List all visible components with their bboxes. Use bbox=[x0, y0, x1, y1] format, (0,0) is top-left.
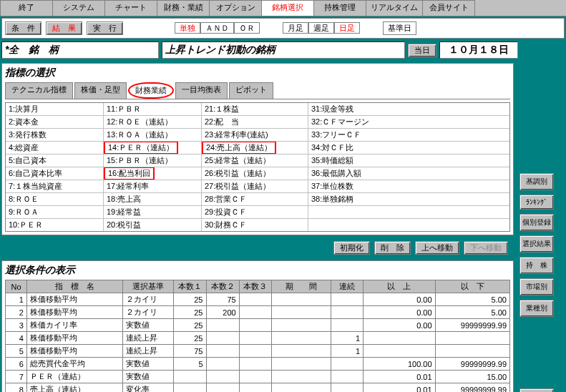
cond-cell-2-7[interactable] bbox=[331, 319, 363, 332]
ind-cell-6-1[interactable]: 17:経常利率 bbox=[104, 180, 202, 192]
cond-cell-6-4[interactable] bbox=[206, 371, 239, 383]
cond-cell-7-5[interactable] bbox=[239, 383, 271, 393]
tb2-2[interactable]: ＯＲ bbox=[234, 22, 260, 34]
cond-cell-5-0[interactable]: 6 bbox=[6, 358, 27, 371]
cond-cell-2-0[interactable]: 3 bbox=[6, 319, 27, 332]
cond-cell-3-6[interactable] bbox=[271, 332, 331, 345]
cond-cell-7-0[interactable]: 8 bbox=[6, 383, 27, 393]
tb2-1[interactable]: ＡＮＤ bbox=[200, 22, 234, 34]
cond-cell-2-8[interactable]: 0.00 bbox=[363, 319, 435, 332]
ind-cell-0-2[interactable]: 21:１株益 bbox=[202, 103, 308, 115]
exec-button[interactable]: 実 行 bbox=[87, 21, 123, 35]
cond-cell-1-7[interactable] bbox=[331, 306, 363, 319]
cond-button[interactable]: 条 件 bbox=[5, 21, 42, 35]
std-day-button[interactable]: 基準日 bbox=[383, 21, 416, 35]
cond-cell-4-9[interactable] bbox=[435, 345, 509, 358]
ind-cell-1-2[interactable]: 22:配 当 bbox=[202, 116, 308, 128]
ind-cell-1-3[interactable]: 32:ＣＦマージン bbox=[308, 116, 414, 128]
sub-tab-3[interactable]: 一目均衡表 bbox=[175, 82, 228, 99]
cond-cell-3-8[interactable] bbox=[363, 332, 435, 345]
cond-cell-3-3[interactable]: 25 bbox=[174, 332, 206, 345]
cond-cell-0-9[interactable]: 5.00 bbox=[435, 293, 509, 306]
cond-cell-5-2[interactable]: 実数値 bbox=[122, 358, 173, 371]
ind-cell-9-3[interactable] bbox=[308, 219, 414, 231]
cond-cell-6-9[interactable]: 15.00 bbox=[435, 371, 509, 383]
cond-cell-1-9[interactable]: 5.00 bbox=[435, 306, 509, 319]
cond-cell-7-3[interactable] bbox=[174, 383, 206, 393]
cond-cell-3-5[interactable] bbox=[239, 332, 271, 345]
cond-cell-2-5[interactable] bbox=[239, 319, 271, 332]
right-btn-6[interactable]: 業種別 bbox=[519, 300, 554, 317]
cond-cell-4-4[interactable] bbox=[206, 345, 239, 358]
cond-cell-4-3[interactable]: 75 bbox=[174, 345, 206, 358]
cond-cell-2-9[interactable]: 99999999.99 bbox=[435, 319, 509, 332]
cond-cell-2-6[interactable] bbox=[271, 319, 331, 332]
result-button[interactable]: 結 果 bbox=[46, 21, 82, 35]
cond-cell-1-4[interactable]: 200 bbox=[206, 306, 239, 319]
cond-cell-7-7[interactable] bbox=[331, 383, 363, 393]
ind-cell-5-2[interactable]: 26:税引益（連結） bbox=[202, 167, 308, 180]
cond-cell-7-6[interactable] bbox=[271, 383, 331, 393]
top-tab-1[interactable]: システム bbox=[52, 0, 105, 16]
cond-cell-1-1[interactable]: 株価移動平均 bbox=[26, 306, 122, 319]
cond-cell-3-4[interactable] bbox=[206, 332, 239, 345]
cond-cell-6-5[interactable] bbox=[239, 371, 271, 383]
ind-cell-3-2[interactable]: 24:売上高（連結） bbox=[202, 142, 308, 154]
cond-cell-3-7[interactable]: 1 bbox=[331, 332, 363, 345]
sub-tab-1[interactable]: 株価・足型 bbox=[74, 82, 127, 99]
ind-cell-5-0[interactable]: 6:自己資本比率 bbox=[6, 167, 104, 180]
cond-cell-0-3[interactable]: 25 bbox=[174, 293, 206, 306]
ind-cell-4-1[interactable]: 15:ＰＢＲ（連結） bbox=[104, 155, 202, 167]
top-tab-3[interactable]: 財務・業績 bbox=[157, 0, 210, 16]
cond-cell-6-1[interactable]: ＰＥＲ（連結） bbox=[26, 371, 122, 383]
ind-cell-9-0[interactable]: 10:ＰＥＲ bbox=[6, 219, 104, 231]
cond-cell-0-1[interactable]: 株価移動平均 bbox=[26, 293, 122, 306]
cond-cell-4-0[interactable]: 5 bbox=[6, 345, 27, 358]
delete-button[interactable]: 削 除 bbox=[374, 241, 411, 255]
ind-cell-9-1[interactable]: 20:税引益 bbox=[104, 219, 202, 231]
tb3-2[interactable]: 日足 bbox=[334, 22, 360, 34]
right-btn-4[interactable]: 持 株 bbox=[519, 257, 554, 274]
top-tab-6[interactable]: 持株管理 bbox=[313, 0, 366, 16]
tb2-0[interactable]: 単独 bbox=[175, 22, 200, 34]
sub-tab-0[interactable]: テクニカル指標 bbox=[5, 82, 73, 99]
right-btn-1[interactable]: ﾗﾝｷﾝｸﾞ bbox=[519, 195, 554, 210]
cond-cell-3-9[interactable] bbox=[435, 332, 509, 345]
cond-cell-6-6[interactable] bbox=[271, 371, 331, 383]
cond-cell-7-1[interactable]: 売上高（連結） bbox=[26, 383, 122, 393]
init-button[interactable]: 初期化 bbox=[333, 241, 370, 255]
top-tab-2[interactable]: チャート bbox=[104, 0, 157, 16]
ind-cell-0-0[interactable]: 1:決算月 bbox=[6, 103, 104, 115]
ind-cell-4-3[interactable]: 35:時価総額 bbox=[308, 155, 414, 167]
cond-cell-5-1[interactable]: 総売買代金平均 bbox=[26, 358, 122, 371]
cond-cell-1-0[interactable]: 2 bbox=[6, 306, 27, 319]
ind-cell-0-1[interactable]: 11:ＰＢＲ bbox=[104, 103, 202, 115]
sub-tab-2[interactable]: 財務業績 bbox=[128, 82, 174, 99]
ind-cell-2-3[interactable]: 33:フリーＣＦ bbox=[308, 129, 414, 141]
ind-cell-6-2[interactable]: 27:税引益（連結） bbox=[202, 180, 308, 192]
cond-cell-4-5[interactable] bbox=[239, 345, 271, 358]
cond-cell-2-4[interactable] bbox=[206, 319, 239, 332]
right-btn-2[interactable]: 個別登録 bbox=[519, 214, 554, 231]
sub-tab-4[interactable]: ピボット bbox=[229, 82, 273, 99]
cond-cell-3-0[interactable]: 4 bbox=[6, 332, 27, 345]
ind-cell-3-0[interactable]: 4:総資産 bbox=[6, 142, 104, 154]
right-btn-5[interactable]: 市場別 bbox=[519, 278, 554, 295]
right-btn-3[interactable]: 選択結果 bbox=[519, 235, 554, 253]
ind-cell-8-1[interactable]: 19:経常益 bbox=[104, 206, 202, 218]
ind-cell-1-1[interactable]: 12:ＲＯＥ（連結） bbox=[104, 116, 202, 128]
cond-cell-0-2[interactable]: ２カイリ bbox=[122, 293, 173, 306]
ind-cell-8-3[interactable] bbox=[308, 206, 414, 218]
cond-cell-1-6[interactable] bbox=[271, 306, 331, 319]
cond-cell-7-2[interactable]: 変化率 bbox=[122, 383, 173, 393]
cond-cell-6-7[interactable] bbox=[331, 371, 363, 383]
ind-cell-4-0[interactable]: 5:自己資本 bbox=[6, 155, 104, 167]
cond-cell-6-0[interactable]: 7 bbox=[6, 371, 27, 383]
cond-cell-3-2[interactable]: 連続上昇 bbox=[122, 332, 173, 345]
top-tab-5[interactable]: 銘柄選択 bbox=[261, 0, 314, 16]
cond-cell-4-1[interactable]: 株価移動平均 bbox=[26, 345, 122, 358]
ind-cell-9-2[interactable]: 30:財務ＣＦ bbox=[202, 219, 308, 231]
cond-cell-1-3[interactable]: 25 bbox=[174, 306, 206, 319]
ind-cell-2-1[interactable]: 13:ＲＯＡ（連結） bbox=[104, 129, 202, 141]
right-btn-0[interactable]: 基調別 bbox=[519, 173, 554, 190]
